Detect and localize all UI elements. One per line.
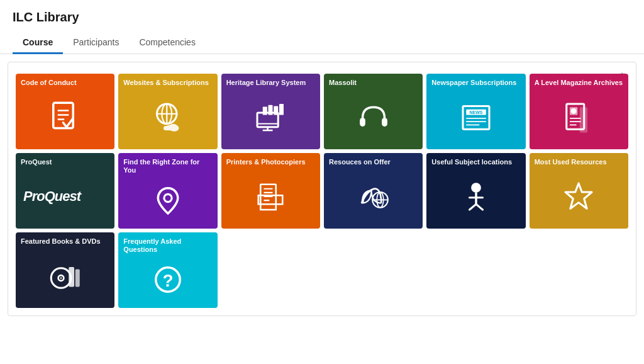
svg-line-43: [476, 204, 483, 210]
tile-label: Massolit: [329, 79, 418, 87]
tile-label: Frequently Asked Questions: [123, 237, 212, 254]
tile-label: A Level Magazine Archives: [535, 79, 623, 87]
tile-label: Find the Right Zone for You: [123, 158, 212, 174]
tile-icon-printer: [226, 169, 315, 224]
svg-text:NEWS: NEWS: [469, 110, 482, 114]
tile-icon-newspaper: NEWS: [431, 89, 520, 144]
svg-rect-16: [360, 117, 365, 126]
tile-find-right-zone[interactable]: Find the Right Zone for You: [118, 153, 217, 229]
tile-label: Printers & Photocopiers: [226, 158, 315, 166]
svg-point-48: [60, 277, 62, 279]
tile-label: Most Used Resources: [535, 158, 623, 166]
content-area: ⚙ Code of Conduct Websites & Subscri: [8, 62, 636, 316]
svg-rect-30: [580, 107, 587, 132]
svg-rect-32: [261, 184, 277, 204]
svg-rect-15: [279, 104, 284, 115]
svg-line-42: [469, 204, 476, 210]
tile-label: Featured Books & DVDs: [21, 237, 109, 246]
svg-rect-50: [75, 269, 79, 287]
svg-point-40: [471, 183, 481, 193]
tile-faq[interactable]: Frequently Asked Questions ?: [118, 232, 217, 308]
tile-icon-question-circle: ?: [123, 256, 212, 303]
top-bar: ILC Library Course Participants Competen…: [0, 0, 644, 54]
svg-rect-49: [69, 267, 74, 287]
tile-proquest[interactable]: ProQuest ProQuest: [16, 153, 114, 229]
svg-rect-13: [274, 106, 279, 115]
tile-most-used-resources[interactable]: Most Used Resources: [530, 153, 628, 229]
tile-resources-on-offer[interactable]: Resouces on Offer: [324, 153, 423, 229]
tile-label: Resouces on Offer: [329, 158, 418, 166]
tile-icon-monitor-books: [226, 89, 315, 144]
svg-text:?: ?: [162, 271, 173, 290]
tile-icon-proquest: ProQuest: [21, 169, 109, 224]
tile-label: Useful Subject locations: [431, 158, 520, 166]
tile-icon-headphones: [329, 89, 418, 144]
tile-icon-books-globe: [329, 169, 418, 224]
tile-icon-checklist: [21, 89, 109, 144]
tab-participants[interactable]: Participants: [63, 32, 129, 54]
tile-icon-globe-hand: [123, 89, 212, 144]
svg-rect-14: [263, 106, 267, 115]
tile-icon-star: [535, 169, 623, 224]
tile-label: Heritage Library System: [226, 79, 315, 87]
svg-point-26: [571, 108, 577, 114]
tile-label: Newspaper Subscriptions: [431, 79, 520, 87]
tile-a-level-magazine[interactable]: A Level Magazine Archives: [530, 74, 628, 149]
tab-competencies[interactable]: Competencies: [129, 32, 206, 54]
svg-rect-12: [269, 105, 273, 115]
tile-label: Code of Conduct: [21, 79, 109, 87]
tile-featured-books-dvds[interactable]: Featured Books & DVDs: [16, 232, 114, 308]
tile-printers-photocopiers[interactable]: Printers & Photocopiers: [221, 153, 320, 229]
tile-icon-person-location: [431, 169, 520, 224]
tile-useful-subject-locations[interactable]: Useful Subject locations: [426, 153, 525, 229]
tile-label: ProQuest: [21, 158, 109, 166]
tile-newspaper-subscriptions[interactable]: Newspaper Subscriptions NEWS: [426, 74, 525, 149]
tile-massolit[interactable]: Massolit: [324, 74, 423, 149]
svg-rect-17: [382, 117, 387, 126]
svg-marker-45: [565, 183, 592, 208]
tab-course[interactable]: Course: [13, 32, 63, 54]
tile-code-of-conduct[interactable]: Code of Conduct: [16, 74, 114, 149]
tile-websites-subscriptions[interactable]: Websites & Subscriptions: [118, 74, 217, 149]
tile-icon-location-pin: [123, 177, 212, 224]
tile-label: Websites & Subscriptions: [123, 79, 212, 87]
page-title: ILC Library: [13, 10, 631, 25]
tile-heritage-library[interactable]: Heritage Library System: [221, 74, 320, 149]
tile-icon-dvd-books: [21, 248, 109, 303]
tile-icon-magazine: [535, 89, 623, 144]
tiles-grid: Code of Conduct Websites & Subscriptions: [16, 74, 628, 308]
svg-point-31: [164, 195, 172, 202]
tabs-nav: Course Participants Competencies: [13, 32, 631, 54]
